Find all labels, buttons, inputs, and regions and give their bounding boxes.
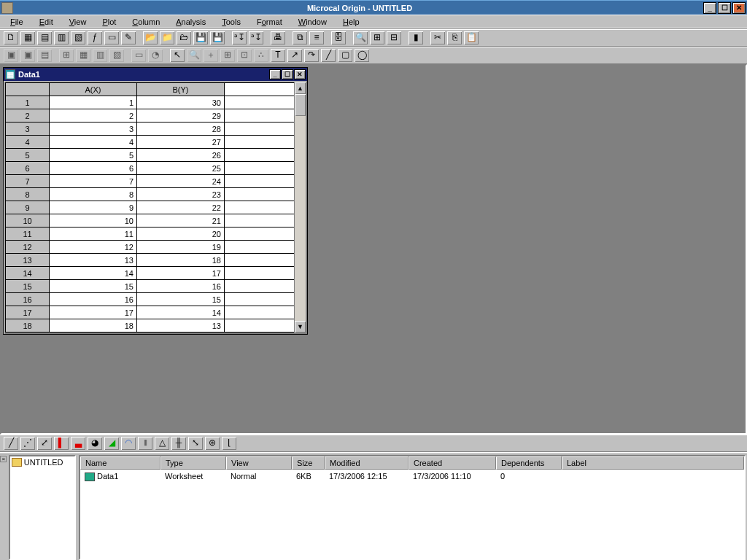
row-header[interactable]: 7 [6, 175, 50, 188]
bar-plot-icon[interactable]: ▃ [70, 436, 86, 451]
cell[interactable]: 19 [137, 241, 225, 254]
cell[interactable]: 25 [137, 162, 225, 175]
paste-icon[interactable]: 📋 [463, 31, 479, 45]
cell[interactable]: 2 [50, 109, 137, 122]
pointer-icon[interactable]: ↖ [169, 48, 185, 63]
column-header-a[interactable]: A(X) [50, 83, 137, 96]
list-col-size[interactable]: Size [292, 456, 325, 470]
menu-edit[interactable]: Edit [32, 16, 61, 28]
open-excel-icon[interactable]: 🗁 [176, 31, 192, 45]
new-excel-icon[interactable]: ▤ [36, 31, 53, 45]
template-plot-icon[interactable]: ⌊ [221, 436, 237, 451]
minimize-button[interactable]: _ [703, 2, 716, 14]
row-header[interactable]: 19 [6, 332, 50, 333]
cell[interactable]: 14 [137, 306, 225, 319]
menu-help[interactable]: Help [336, 16, 367, 28]
cell[interactable]: 12 [137, 332, 225, 333]
row-header[interactable]: 3 [6, 122, 50, 136]
row-header[interactable]: 1 [6, 96, 50, 109]
cell[interactable]: 17 [50, 306, 137, 319]
cell[interactable]: 30 [137, 96, 225, 109]
menu-column[interactable]: Column [125, 16, 167, 28]
list-col-type[interactable]: Type [160, 456, 226, 470]
worksheet-close-button[interactable]: ✕ [294, 69, 306, 79]
cell[interactable]: 1 [50, 96, 137, 109]
cell[interactable]: 11 [50, 228, 137, 241]
row-header[interactable]: 2 [6, 109, 50, 122]
cell[interactable]: 12 [50, 241, 137, 254]
list-col-label[interactable]: Label [562, 456, 744, 470]
duplicate-icon[interactable]: ⧉ [292, 31, 308, 45]
cell[interactable]: 24 [137, 175, 225, 188]
scroll-up-icon[interactable]: ▲ [295, 82, 306, 94]
new-project-icon[interactable]: 🗋 [3, 31, 19, 45]
cell[interactable]: 16 [137, 280, 225, 293]
cell[interactable]: 18 [50, 319, 137, 332]
row-header[interactable]: 11 [6, 228, 50, 241]
copy-icon[interactable]: ⎘ [446, 31, 462, 45]
row-header[interactable]: 10 [6, 214, 50, 228]
list-col-modified[interactable]: Modified [325, 456, 409, 470]
project-explorer-icon[interactable]: 🔍 [352, 31, 368, 45]
new-matrix-icon[interactable]: ▧ [70, 31, 86, 45]
line-plot-icon[interactable]: ╱ [3, 436, 19, 451]
worksheet-minimize-button[interactable]: _ [269, 69, 281, 79]
vector-plot-icon[interactable]: ⤡ [187, 436, 204, 451]
row-header[interactable]: 12 [6, 241, 50, 254]
menu-file[interactable]: File [3, 16, 31, 28]
cell[interactable]: 19 [50, 332, 137, 333]
row-header[interactable]: 6 [6, 162, 50, 175]
line-symbol-plot-icon[interactable]: ⤢ [36, 436, 53, 451]
row-header[interactable]: 17 [6, 306, 50, 319]
close-button[interactable]: ✕ [732, 2, 746, 14]
fill-area-plot-icon[interactable]: ◠ [120, 436, 136, 451]
menu-view[interactable]: View [62, 16, 94, 28]
rescale-icon[interactable]: ⊟ [386, 31, 402, 45]
menu-window[interactable]: Window [291, 16, 334, 28]
menu-plot[interactable]: Plot [95, 16, 123, 28]
cell[interactable]: 3 [50, 122, 137, 136]
worksheet-scrollbar[interactable]: ▲ ▼ [294, 82, 306, 332]
scroll-thumb[interactable] [295, 94, 306, 116]
list-col-dependents[interactable]: Dependents [496, 456, 562, 470]
grid-corner[interactable] [6, 83, 50, 96]
row-header[interactable]: 4 [6, 136, 50, 149]
project-list[interactable]: NameTypeViewSizeModifiedCreatedDependent… [79, 455, 746, 560]
explorer-close-icon[interactable]: × [0, 456, 7, 462]
row-header[interactable]: 18 [6, 319, 50, 332]
new-worksheet-icon[interactable]: ▦ [20, 31, 36, 45]
cell[interactable]: 15 [137, 293, 225, 306]
import-ascii-icon[interactable]: ᵃ↧ [231, 31, 247, 45]
worksheet-titlebar[interactable]: ▦ Data1 _ ☐ ✕ [4, 68, 307, 81]
row-header[interactable]: 5 [6, 149, 50, 162]
oval-tool-icon[interactable]: ◯ [354, 48, 370, 63]
open-template-icon[interactable]: 📁 [159, 31, 175, 45]
add-column-icon[interactable]: ⊞ [369, 31, 385, 45]
list-col-name[interactable]: Name [80, 456, 160, 470]
save-project-icon[interactable]: 💾 [193, 31, 209, 45]
worksheet-window[interactable]: ▦ Data1 _ ☐ ✕ A(X) B(Y) [3, 67, 308, 335]
project-folder[interactable]: UNTITLED [12, 458, 73, 467]
menu-tools[interactable]: Tools [214, 16, 248, 28]
cell[interactable]: 28 [137, 122, 225, 136]
cell[interactable]: 17 [137, 267, 225, 280]
cell[interactable]: 8 [50, 188, 137, 201]
row-header[interactable]: 9 [6, 201, 50, 214]
new-function-icon[interactable]: ƒ [87, 31, 103, 45]
column-header-b[interactable]: B(Y) [137, 83, 225, 96]
polar-plot-icon[interactable]: ⊛ [204, 436, 220, 451]
cell[interactable]: 21 [137, 214, 225, 228]
curve-arrow-icon[interactable]: ↷ [303, 48, 320, 63]
arrow-tool-icon[interactable]: ↗ [287, 48, 303, 63]
cut-icon[interactable]: ✂ [430, 31, 446, 45]
scatter-plot-icon[interactable]: ⋰ [20, 436, 36, 451]
rect-tool-icon[interactable]: ▢ [337, 48, 353, 63]
cell[interactable]: 13 [50, 254, 137, 267]
new-notes-icon[interactable]: ✎ [120, 31, 136, 45]
column-plot-icon[interactable]: ▌ [53, 436, 69, 451]
maximize-button[interactable]: ☐ [718, 2, 731, 14]
print-icon[interactable]: 🖶 [270, 31, 286, 45]
list-col-view[interactable]: View [226, 456, 292, 470]
worksheet-maximize-button[interactable]: ☐ [282, 69, 293, 79]
3d-plot-icon[interactable]: △ [154, 436, 170, 451]
